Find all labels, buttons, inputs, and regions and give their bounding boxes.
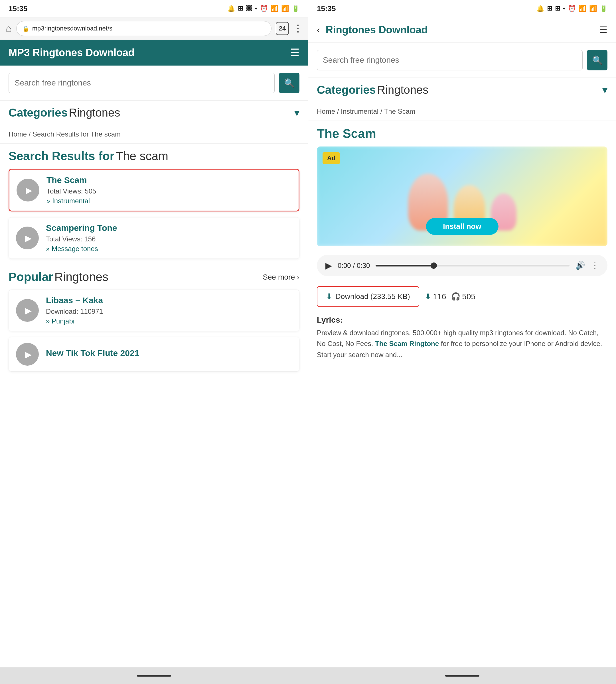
grid-icon: ⊞ bbox=[238, 5, 243, 12]
download-count-stat: ⬇ 116 bbox=[425, 292, 446, 301]
left-section-title: Search Results for The scam bbox=[0, 144, 308, 166]
right-header-title: Ringtones Download bbox=[326, 24, 593, 36]
right-categories-title-normal: Ringtones bbox=[377, 84, 428, 96]
play-icon-1: ▶ bbox=[25, 233, 32, 243]
right-battery-icon: 🔋 bbox=[600, 5, 608, 12]
right-categories-title-wrap: Categories Ringtones bbox=[317, 84, 428, 96]
home-icon[interactable]: ⌂ bbox=[6, 23, 12, 35]
right-nav-bottom bbox=[308, 667, 616, 684]
left-breadcrumb: Home / Search Results for The scam bbox=[0, 125, 308, 144]
left-categories-header[interactable]: Categories Ringtones ▾ bbox=[0, 100, 308, 125]
left-search-button[interactable]: 🔍 bbox=[279, 73, 300, 93]
left-categories-chevron-icon[interactable]: ▾ bbox=[294, 107, 300, 119]
left-app-header: MP3 Ringtones Download ☰ bbox=[0, 40, 308, 66]
left-categories-title-normal: Ringtones bbox=[69, 106, 120, 119]
left-search-icon: 🔍 bbox=[284, 78, 294, 88]
right-menu-icon[interactable]: ☰ bbox=[599, 24, 608, 35]
download-section: ⬇ Download (233.55 KB) ⬇ 116 🎧 505 bbox=[308, 282, 616, 311]
signal-icon: 📶 bbox=[281, 5, 289, 12]
see-more-button[interactable]: See more › bbox=[263, 273, 300, 281]
audio-progress-bar[interactable] bbox=[376, 265, 570, 267]
popular-item-1[interactable]: ▶ New Tik Tok Flute 2021 bbox=[8, 337, 300, 372]
right-categories-header[interactable]: Categories Ringtones ▾ bbox=[308, 78, 616, 102]
right-grid-icon: ⊞ bbox=[547, 5, 552, 12]
left-categories-title-wrap: Categories Ringtones bbox=[8, 106, 120, 119]
song-thumbnail: Ad Install now bbox=[317, 146, 608, 246]
download-button-label: Download (233.55 KB) bbox=[335, 292, 410, 301]
download-button[interactable]: ⬇ Download (233.55 KB) bbox=[317, 286, 419, 307]
popular-name-1[interactable]: New Tik Tok Flute 2021 bbox=[46, 348, 292, 358]
audio-play-icon[interactable]: ▶ bbox=[325, 260, 332, 271]
ringtone-result-1[interactable]: ▶ Scampering Tone Total Views: 156 » Mes… bbox=[8, 217, 300, 259]
tab-count[interactable]: 24 bbox=[276, 22, 289, 35]
popular-category-0: » Punjabi bbox=[46, 317, 292, 325]
popular-name-0[interactable]: Libaas – Kaka bbox=[46, 296, 292, 305]
ad-label: Ad bbox=[327, 155, 335, 162]
left-panel: 15:35 🔔 ⊞ 🖼 • ⏰ 📶 📶 🔋 ⌂ 🔒 mp3ringtonesdo… bbox=[0, 0, 308, 684]
play-icon-0: ▶ bbox=[26, 185, 32, 195]
dot-icon: • bbox=[255, 5, 257, 12]
download-count-value: 116 bbox=[433, 292, 446, 301]
right-alarm-icon: ⏰ bbox=[568, 5, 576, 12]
left-url-bar: ⌂ 🔒 mp3ringtonesdownload.net/s 24 ⋮ bbox=[0, 17, 308, 40]
right-search-input-wrap[interactable] bbox=[317, 50, 582, 70]
download-icon: ⬇ bbox=[326, 292, 332, 301]
right-search-button[interactable]: 🔍 bbox=[587, 50, 608, 70]
ringtone-views-0: Total Views: 505 bbox=[46, 187, 291, 195]
lyrics-section: Lyrics: Preview & download ringtones. 50… bbox=[308, 311, 616, 365]
back-arrow-icon[interactable]: ‹ bbox=[317, 24, 320, 35]
right-search-input[interactable] bbox=[323, 55, 577, 65]
play-button-1[interactable]: ▶ bbox=[16, 227, 39, 249]
wifi-icon: 📶 bbox=[271, 5, 278, 12]
listen-icon: 🎧 bbox=[451, 292, 460, 301]
left-search-input[interactable] bbox=[15, 78, 269, 88]
url-input[interactable]: 🔒 mp3ringtonesdownload.net/s bbox=[16, 21, 271, 36]
ad-cta-button[interactable]: Install now bbox=[426, 218, 498, 235]
popular-play-icon-0: ▶ bbox=[25, 305, 32, 316]
left-time: 15:35 bbox=[8, 4, 28, 13]
right-categories-chevron-icon[interactable]: ▾ bbox=[602, 84, 608, 96]
left-nav-bottom bbox=[0, 667, 308, 684]
right-app-header: ‹ Ringtones Download ☰ bbox=[308, 17, 616, 43]
download-count-icon: ⬇ bbox=[425, 292, 431, 301]
popular-title-bold: Popular bbox=[8, 270, 53, 283]
song-title: The Scam bbox=[308, 121, 616, 144]
alarm-icon: ⏰ bbox=[260, 5, 268, 12]
popular-title-wrap: Popular Ringtones bbox=[8, 270, 108, 284]
left-categories-title-bold: Categories bbox=[8, 106, 68, 119]
audio-player: ▶ 0:00 / 0:30 🔊 ⋮ bbox=[317, 255, 608, 276]
listen-count-stat: 🎧 505 bbox=[451, 292, 476, 301]
popular-item-0[interactable]: ▶ Libaas – Kaka Download: 110971 » Punja… bbox=[8, 290, 300, 331]
popular-play-button-1[interactable]: ▶ bbox=[16, 343, 39, 366]
popular-downloads-0: Download: 110971 bbox=[46, 307, 292, 316]
popular-info-1: New Tik Tok Flute 2021 bbox=[46, 348, 292, 360]
audio-volume-icon[interactable]: 🔊 bbox=[575, 261, 585, 270]
ringtone-name-0[interactable]: The Scam bbox=[46, 175, 291, 185]
hamburger-icon[interactable]: ☰ bbox=[290, 47, 300, 59]
ringtone-result-0[interactable]: ▶ The Scam Total Views: 505 » Instrument… bbox=[8, 169, 300, 211]
right-breadcrumb: Home / Instrumental / The Scam bbox=[308, 102, 616, 121]
battery-icon: 🔋 bbox=[292, 5, 300, 12]
popular-header: Popular Ringtones See more › bbox=[0, 261, 308, 287]
url-text: mp3ringtonesdownload.net/s bbox=[32, 25, 265, 32]
audio-more-icon[interactable]: ⋮ bbox=[591, 261, 599, 270]
ringtone-name-1[interactable]: Scampering Tone bbox=[46, 223, 292, 233]
ringtone-info-1: Scampering Tone Total Views: 156 » Messa… bbox=[46, 223, 292, 253]
left-search-input-wrap[interactable] bbox=[8, 73, 274, 93]
left-status-icons: 🔔 ⊞ 🖼 • ⏰ 📶 📶 🔋 bbox=[227, 5, 300, 12]
right-grid2-icon: ⊞ bbox=[555, 5, 560, 12]
left-section-title-normal: The scam bbox=[116, 149, 168, 163]
popular-title-normal: Ringtones bbox=[54, 270, 108, 283]
right-status-icons: 🔔 ⊞ ⊞ • ⏰ 📶 📶 🔋 bbox=[536, 5, 608, 12]
listen-count-value: 505 bbox=[462, 292, 476, 301]
lyrics-link[interactable]: The Scam Ringtone bbox=[375, 340, 439, 347]
right-wifi-icon: 📶 bbox=[579, 5, 586, 12]
ringtone-info-0: The Scam Total Views: 505 » Instrumental bbox=[46, 175, 291, 205]
play-button-0[interactable]: ▶ bbox=[17, 179, 39, 202]
download-stats: ⬇ 116 🎧 505 bbox=[425, 292, 476, 301]
popular-play-button-0[interactable]: ▶ bbox=[16, 299, 39, 322]
popular-play-icon-1: ▶ bbox=[25, 349, 32, 359]
more-menu-icon[interactable]: ⋮ bbox=[293, 23, 302, 34]
left-search-bar: 🔍 bbox=[0, 66, 308, 100]
popular-info-0: Libaas – Kaka Download: 110971 » Punjabi bbox=[46, 296, 292, 325]
